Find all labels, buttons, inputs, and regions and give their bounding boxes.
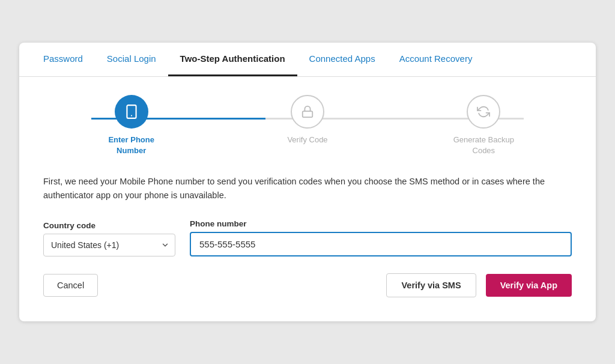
step-label-backup: Generate BackupCodes — [453, 135, 514, 156]
country-code-label: Country code — [43, 221, 175, 230]
button-row: Cancel Verify via SMS Verify via App — [43, 273, 572, 297]
country-code-select-wrapper: United States (+1) Canada (+1) United Ki… — [43, 234, 175, 256]
phone-input[interactable] — [190, 232, 572, 256]
step-enter-phone: Enter PhoneNumber — [43, 95, 219, 156]
step-circle-refresh — [467, 95, 500, 129]
tab-bar: Password Social Login Two-Step Authentic… — [19, 43, 596, 77]
phone-icon — [124, 104, 139, 120]
content-area: Enter PhoneNumber Verify Code — [19, 77, 596, 321]
phone-number-group: Phone number — [190, 219, 572, 256]
svg-rect-2 — [303, 111, 313, 117]
step-label-phone: Enter PhoneNumber — [108, 135, 154, 156]
verify-app-button[interactable]: Verify via App — [486, 274, 572, 297]
phone-label: Phone number — [190, 219, 572, 228]
step-verify-code: Verify Code — [219, 95, 395, 145]
lock-icon — [301, 105, 314, 118]
step-circle-phone — [115, 95, 148, 129]
tab-account-recovery[interactable]: Account Recovery — [387, 43, 485, 76]
tab-social-login[interactable]: Social Login — [95, 43, 168, 76]
main-card: Password Social Login Two-Step Authentic… — [19, 43, 596, 321]
step-backup-codes: Generate BackupCodes — [396, 95, 572, 156]
step-label-verify: Verify Code — [287, 135, 327, 145]
description-text: First, we need your Mobile Phone number … — [43, 175, 572, 202]
refresh-icon — [477, 105, 490, 118]
cancel-button[interactable]: Cancel — [43, 274, 98, 297]
verify-sms-button[interactable]: Verify via SMS — [386, 273, 476, 297]
tab-connected-apps[interactable]: Connected Apps — [297, 43, 387, 76]
stepper: Enter PhoneNumber Verify Code — [43, 95, 572, 156]
country-code-select[interactable]: United States (+1) Canada (+1) United Ki… — [43, 234, 175, 256]
form-row: Country code United States (+1) Canada (… — [43, 219, 572, 256]
step-circle-lock — [291, 95, 324, 129]
tab-two-step[interactable]: Two-Step Authentication — [168, 43, 297, 76]
tab-password[interactable]: Password — [31, 43, 95, 76]
country-code-group: Country code United States (+1) Canada (… — [43, 221, 175, 256]
